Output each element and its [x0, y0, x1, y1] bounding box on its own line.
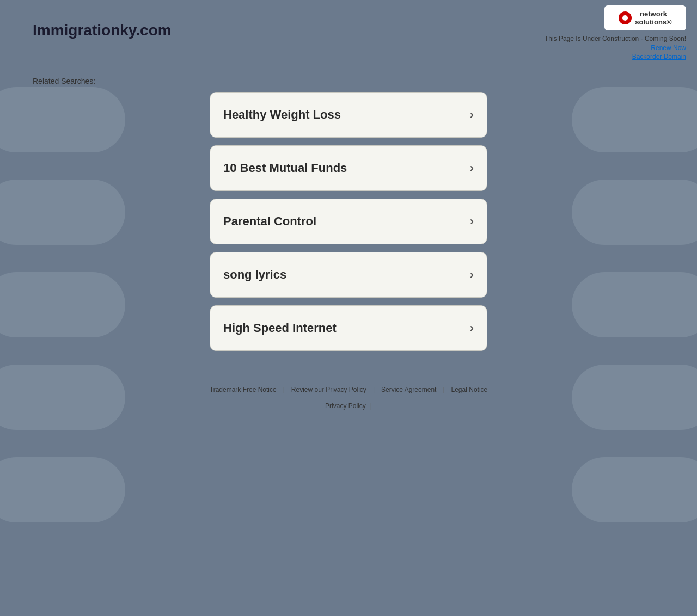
ns-icon — [619, 11, 632, 24]
page-footer: Trademark Free Notice|Review our Privacy… — [0, 369, 697, 421]
decorative-pill-right-5 — [572, 457, 697, 522]
ns-icon-inner — [622, 15, 628, 21]
footer-privacy: Privacy Policy | — [11, 402, 686, 410]
related-searches-label: Related Searches: — [33, 77, 664, 85]
decorative-pill-left-5 — [0, 457, 125, 522]
header-right: network solutions® This Page Is Under Co… — [545, 5, 686, 60]
header-links: Renew Now Backorder Domain — [632, 44, 686, 60]
footer-link-3[interactable]: Legal Notice — [445, 386, 494, 393]
ns-logo-top: network solutions® — [619, 10, 671, 26]
footer-link-1[interactable]: Review our Privacy Policy — [285, 386, 373, 393]
search-item-text-healthy-weight-loss: Healthy Weight Loss — [223, 108, 341, 122]
chevron-right-icon: › — [470, 268, 474, 282]
page-header: Immigrationky.com network solutions® Thi… — [0, 0, 697, 66]
footer-link-2[interactable]: Service Agreement — [375, 386, 443, 393]
footer-links: Trademark Free Notice|Review our Privacy… — [11, 386, 686, 393]
footer-link-0[interactable]: Trademark Free Notice — [203, 386, 283, 393]
renew-now-link[interactable]: Renew Now — [651, 44, 686, 52]
search-item-text-10-best-mutual-funds: 10 Best Mutual Funds — [223, 161, 347, 175]
search-item-text-high-speed-internet: High Speed Internet — [223, 321, 337, 335]
search-item-parental-control[interactable]: Parental Control› — [210, 199, 487, 244]
ns-text-line1: network — [635, 10, 671, 18]
site-title[interactable]: Immigrationky.com — [33, 5, 172, 39]
chevron-right-icon: › — [470, 321, 474, 335]
search-item-10-best-mutual-funds[interactable]: 10 Best Mutual Funds› — [210, 145, 487, 191]
privacy-policy-link[interactable]: Privacy Policy — [325, 402, 366, 410]
chevron-right-icon: › — [470, 108, 474, 122]
search-item-text-parental-control: Parental Control — [223, 214, 316, 229]
chevron-right-icon: › — [470, 214, 474, 229]
privacy-separator: | — [370, 402, 372, 410]
main-content: Related Searches: Healthy Weight Loss›10… — [0, 66, 697, 369]
chevron-right-icon: › — [470, 161, 474, 175]
network-solutions-logo[interactable]: network solutions® — [604, 5, 686, 30]
backorder-domain-link[interactable]: Backorder Domain — [632, 53, 686, 60]
search-item-song-lyrics[interactable]: song lyrics› — [210, 252, 487, 298]
construction-status: This Page Is Under Construction - Coming… — [545, 35, 686, 42]
search-items-list: Healthy Weight Loss›10 Best Mutual Funds… — [210, 92, 487, 359]
ns-logo-text: network solutions® — [635, 10, 671, 26]
search-item-healthy-weight-loss[interactable]: Healthy Weight Loss› — [210, 92, 487, 138]
search-item-text-song-lyrics: song lyrics — [223, 268, 286, 282]
search-item-high-speed-internet[interactable]: High Speed Internet› — [210, 305, 487, 351]
ns-text-line2: solutions® — [635, 18, 671, 26]
